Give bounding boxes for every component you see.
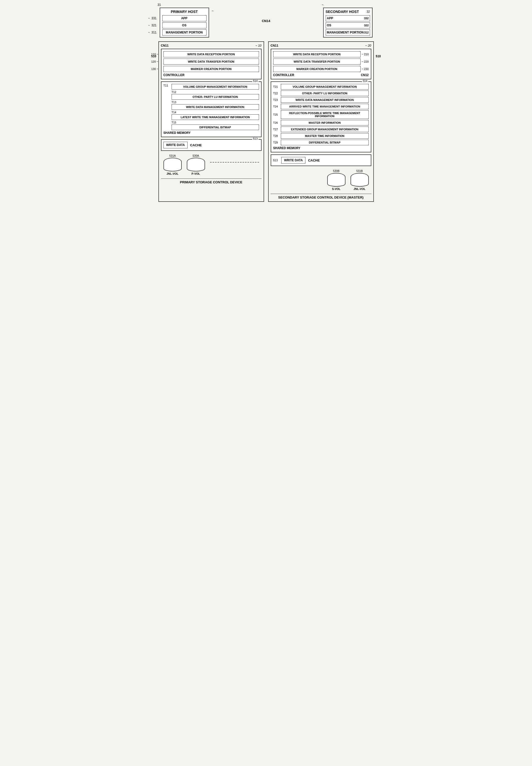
jnl-label: JNL-VOL [167, 172, 178, 175]
os-ref-left: 321 [152, 24, 157, 27]
primary-mcp-box: MARKER CREATION PORTION [163, 66, 259, 72]
primary-sm-514: 514 [252, 79, 258, 82]
wdtp-ref: 120 ~ [151, 60, 158, 63]
disk-bottom-pvol [187, 166, 205, 171]
primary-device-title: PRIMARY STORAGE CONTROL DEVICE [161, 178, 262, 184]
secondary-mcp-box: MARKER CREATION PORTION [273, 66, 361, 72]
secondary-app-ref: 332 [364, 17, 369, 20]
mgmt-ref-left: 311 [152, 31, 157, 34]
primary-p-vol: 530A P-VOL [187, 154, 205, 175]
secondary-mgmt-ref: 312 [364, 31, 369, 34]
primary-cache-label: CACHE [190, 143, 202, 147]
secondary-mgmt-box: MANAGEMENT PORTION 312 [326, 29, 370, 35]
t12-box: OTHER- PARTY LU INFORMATION [172, 94, 259, 100]
t29-ref: T29 [273, 141, 281, 144]
secondary-wdtp-box: WRITE DATA TRANSFER PORTION [273, 59, 361, 65]
secondary-host-title: SECONDARY HOST [326, 10, 359, 14]
secondary-mcp-ref: ~ 230 [362, 67, 369, 70]
disk-bottom-jnl-b [351, 181, 369, 187]
t26-ref: T26 [273, 121, 281, 124]
secondary-wdtp-ref: ~ 220 [362, 60, 369, 63]
jnl-531b-ref: 531B [356, 169, 363, 172]
primary-cache: 513 WRITE DATA CACHE [161, 139, 262, 151]
mgmt-ref-tilde: ~ [148, 31, 150, 34]
t21-box: VOLUME GROUP MANAGEMENT INFORMATION [281, 84, 369, 89]
pvol-530a-ref: 530A [193, 154, 199, 157]
cn14-label: CN14 [262, 6, 270, 23]
t24-ref: T24 [273, 105, 281, 108]
svol-530b-ref: 530B [333, 169, 340, 172]
disk-top-svol [327, 173, 345, 181]
primary-wdrp-box: WRITE DATA RECEPTION PORTION [163, 51, 259, 57]
svol-label: S-VOL [332, 187, 341, 190]
t13-box: WRITE DATA MANAGEMENT INFORMATION [172, 104, 259, 110]
secondary-os-box: OS 322 [326, 22, 370, 28]
secondary-wdrp-row: WRITE DATA RECEPTION PORTION ~ 210 [273, 51, 369, 57]
t27-box: EXTENDED GROUP MANAGEMENT INFORMATION [281, 126, 369, 132]
secondary-cache-wd: WRITE DATA [281, 157, 306, 163]
primary-app-box: APP [162, 15, 207, 21]
secondary-wdrp-box: WRITE DATA RECEPTION PORTION [273, 51, 361, 57]
secondary-wdtp-row: WRITE DATA TRANSFER PORTION ~ 220 [273, 59, 369, 65]
primary-host-box: PRIMARY HOST 331 ~ APP 321 ~ OS 311 ~ MA… [160, 8, 209, 38]
primary-cn11: CN11 [161, 44, 169, 47]
primary-sm-label: SHARED MEMORY [163, 131, 259, 135]
secondary-jnl-vol: 531B JNL-VOL [351, 169, 369, 190]
pvol-label: P-VOL [192, 172, 200, 175]
outer-510-right: 510 [376, 54, 381, 58]
primary-wdtp-box: WRITE DATA TRANSFER PORTION [163, 59, 259, 65]
t26-box: MASTER INFORMATION [281, 120, 369, 125]
t22-ref: T22 [273, 92, 281, 95]
secondary-device-title: SECONDARY STORAGE CONTROL DEVICE (MASTER… [271, 194, 371, 199]
disk-top-jnl-b [351, 173, 369, 181]
secondary-app-box: APP 332 [326, 15, 370, 21]
t28-ref: T28 [273, 134, 281, 137]
t22-box: OTHER- PARTY LU INFORMATION [281, 90, 369, 96]
secondary-s-vol: 530B S-VOL [327, 169, 345, 190]
t12-label-ref: T12 [172, 90, 259, 94]
primary-controller-label: CONTROLLER [163, 73, 259, 77]
secondary-cn11: CN11 [271, 44, 279, 47]
disk-bottom-svol [327, 181, 345, 187]
secondary-cache-label: CACHE [308, 158, 320, 162]
mcp-ref: 130 ~ [151, 67, 158, 70]
t11-ref: T11 [163, 84, 172, 87]
wdrp-ref: 110 ~ [151, 53, 158, 56]
secondary-shared-memory: 514 T21 VOLUME GROUP MANAGEMENT INFORMAT… [271, 81, 371, 152]
t14-label-ref: T14 [172, 111, 259, 114]
secondary-host-ref: 32 [366, 10, 370, 13]
primary-cache-wd: WRITE DATA [163, 142, 188, 148]
t15-box: DIFFERENTIAL BITMAP [172, 124, 259, 130]
secondary-host-tilde-ref: ~ [322, 3, 324, 7]
secondary-sm-label: SHARED MEMORY [273, 146, 369, 150]
t23-ref: T23 [273, 98, 281, 101]
t14-box: LATEST WRITE TIME MANAGEMENT INFORMATION [172, 114, 259, 120]
primary-cache-513: 513 [252, 137, 258, 140]
secondary-mcp-row: MARKER CREATION PORTION ~ 230 [273, 66, 369, 72]
primary-wdtp-row: 120 ~ WRITE DATA TRANSFER PORTION [163, 59, 259, 65]
t28-box: MASTER TIME INFORMATION [281, 133, 369, 139]
secondary-controller: WRITE DATA RECEPTION PORTION ~ 210 WRITE… [271, 49, 371, 79]
secondary-cache: 513 WRITE DATA CACHE [271, 154, 371, 166]
t15-label-ref: T15 [172, 121, 259, 124]
primary-ref: ~ 10 [255, 44, 262, 47]
secondary-ref: ~ 20 [365, 44, 371, 47]
app-ref-tilde: ~ [148, 17, 150, 20]
secondary-sm-514: 514 [362, 79, 368, 82]
primary-shared-memory: 514 T11 VOLUME GROUP MANAGEMENT INFORMAT… [161, 81, 262, 137]
primary-os-box: OS [162, 22, 207, 28]
os-ref-tilde: ~ [148, 24, 150, 27]
jnl-531a-ref: 531A [169, 154, 176, 157]
primary-host-tilde: ~ [212, 9, 213, 13]
disk-top-jnl [163, 158, 182, 166]
t24-box: ARRIVED WRITE TIME MANAGEMENT INFORMATIO… [281, 104, 369, 109]
jnl-b-label: JNL-VOL [354, 187, 365, 190]
t11-box: VOLUME GROUP MANAGEMENT INFORMATION [172, 84, 259, 89]
t23-box: WRITE DATA MANAGEMENT INFORMATION [281, 97, 369, 103]
primary-mgmt-box: MANAGEMENT PORTION [162, 29, 207, 35]
disk-bottom-jnl [163, 166, 182, 171]
primary-device: 510 CN11 ~ 10 110 ~ WRITE DATA RECEPTION… [158, 41, 264, 202]
diagram: 31 ~ PRIMARY HOST 331 ~ APP 321 ~ OS 311… [157, 5, 375, 202]
t25-box: REFLECTION-POSSIBLE WRITE TIME MANAGEMEN… [281, 110, 369, 119]
secondary-controller-label: CONTROLLER [273, 73, 294, 77]
